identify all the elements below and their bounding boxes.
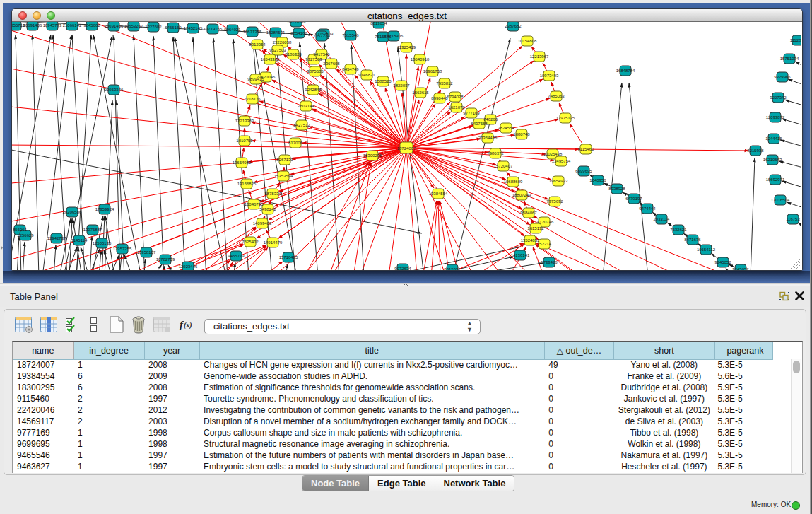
svg-text:9245052: 9245052 <box>714 260 731 264</box>
svg-text:17957255: 17957255 <box>113 247 132 251</box>
svg-text:19654923: 19654923 <box>549 179 568 183</box>
svg-text:10053809: 10053809 <box>287 22 306 24</box>
svg-text:(x): (x) <box>184 321 192 329</box>
svg-text:19218906: 19218906 <box>384 34 404 38</box>
svg-text:7975692: 7975692 <box>546 199 563 204</box>
svg-text:15353594: 15353594 <box>274 174 293 178</box>
svg-text:18300295: 18300295 <box>363 153 382 158</box>
svg-text:12093872: 12093872 <box>766 115 785 119</box>
svg-text:9417546: 9417546 <box>313 52 330 57</box>
svg-text:18724007: 18724007 <box>397 146 416 151</box>
svg-text:12213369: 12213369 <box>235 119 254 123</box>
svg-text:116753: 116753 <box>786 217 800 221</box>
svg-text:10154808: 10154808 <box>518 39 537 43</box>
svg-text:16961758: 16961758 <box>423 69 442 74</box>
svg-text:20691406: 20691406 <box>23 23 42 28</box>
svg-text:19384554: 19384554 <box>429 192 448 196</box>
svg-text:1588520: 1588520 <box>375 79 392 83</box>
svg-text:8854162: 8854162 <box>290 31 307 35</box>
svg-text:6466160: 6466160 <box>165 25 182 30</box>
svg-text:18640910: 18640910 <box>411 57 430 62</box>
svg-text:16046785: 16046785 <box>245 202 264 206</box>
svg-text:6497568: 6497568 <box>471 122 488 126</box>
svg-text:9584067: 9584067 <box>520 211 537 215</box>
svg-text:9777169: 9777169 <box>463 111 480 115</box>
svg-text:9527503: 9527503 <box>269 48 286 52</box>
svg-text:10653267: 10653267 <box>124 24 143 28</box>
svg-text:16284531: 16284531 <box>266 30 286 35</box>
svg-text:8215938: 8215938 <box>747 148 764 153</box>
svg-text:17016504: 17016504 <box>771 198 790 202</box>
svg-text:7515546: 7515546 <box>342 33 359 37</box>
svg-text:15720407: 15720407 <box>494 164 513 168</box>
svg-text:20364436: 20364436 <box>478 136 498 140</box>
svg-text:14914479: 14914479 <box>264 240 283 245</box>
svg-text:9845662: 9845662 <box>83 23 100 28</box>
svg-text:1733426: 1733426 <box>541 260 558 264</box>
svg-text:10671355: 10671355 <box>243 30 262 34</box>
svg-text:9465779: 9465779 <box>228 254 245 258</box>
svg-text:8912954: 8912954 <box>249 42 266 47</box>
svg-text:9115460: 9115460 <box>578 147 595 151</box>
svg-text:19166825: 19166825 <box>237 182 257 186</box>
svg-text:8186328: 8186328 <box>285 52 302 57</box>
svg-text:7632621: 7632621 <box>670 228 687 232</box>
svg-text:8267130: 8267130 <box>276 158 293 162</box>
svg-text:8812031: 8812031 <box>444 267 461 270</box>
svg-text:1621072: 1621072 <box>448 105 465 110</box>
svg-text:8878334: 8878334 <box>264 192 281 196</box>
svg-text:9899415: 9899415 <box>247 77 264 81</box>
svg-text:19654982: 19654982 <box>233 160 252 165</box>
svg-text:9227342: 9227342 <box>770 95 787 100</box>
svg-text:1327602: 1327602 <box>145 25 162 29</box>
svg-text:11325419: 11325419 <box>397 45 416 49</box>
svg-text:2367608: 2367608 <box>323 62 340 66</box>
svg-text:1010755: 1010755 <box>236 139 253 143</box>
svg-text:2603144: 2603144 <box>298 104 314 108</box>
svg-text:2933114: 2933114 <box>654 217 671 221</box>
svg-text:1145114: 1145114 <box>71 238 88 243</box>
svg-text:14136141: 14136141 <box>511 253 530 257</box>
svg-text:3822037: 3822037 <box>393 83 410 88</box>
svg-text:16848784: 16848784 <box>616 69 635 73</box>
svg-text:13495754: 13495754 <box>552 159 571 163</box>
svg-text:6899695: 6899695 <box>575 169 592 173</box>
svg-text:20691406: 20691406 <box>105 24 124 28</box>
svg-text:5498242: 5498242 <box>259 207 276 211</box>
svg-text:10025438: 10025438 <box>543 152 563 156</box>
svg-text:856061: 856061 <box>13 228 28 232</box>
svg-text:12505135: 12505135 <box>93 241 112 245</box>
svg-text:7485063: 7485063 <box>548 94 565 98</box>
svg-text:18807249: 18807249 <box>512 193 531 197</box>
svg-text:16543362: 16543362 <box>261 57 280 62</box>
svg-text:9329966: 9329966 <box>774 75 791 79</box>
svg-text:9242848: 9242848 <box>305 88 322 92</box>
svg-text:14099483: 14099483 <box>253 221 272 226</box>
svg-text:23226058: 23226058 <box>273 40 292 45</box>
svg-text:17452145: 17452145 <box>184 26 203 30</box>
svg-text:6794028: 6794028 <box>447 95 464 99</box>
svg-text:7357224: 7357224 <box>313 34 330 38</box>
svg-text:10654112: 10654112 <box>697 247 716 252</box>
svg-text:17975125: 17975125 <box>556 116 575 120</box>
svg-text:16210643: 16210643 <box>763 158 782 162</box>
svg-text:8427512: 8427512 <box>293 123 310 127</box>
svg-text:12213967: 12213967 <box>530 54 549 59</box>
svg-text:6479197: 6479197 <box>625 197 642 201</box>
svg-text:8990448: 8990448 <box>431 96 448 100</box>
svg-text:13975887: 13975887 <box>83 228 102 232</box>
svg-text:8471676: 8471676 <box>684 238 701 242</box>
svg-text:1640956: 1640956 <box>589 178 606 182</box>
svg-text:20206586: 20206586 <box>63 210 82 214</box>
svg-text:17359924: 17359924 <box>95 207 114 211</box>
svg-text:21066142: 21066142 <box>63 23 82 28</box>
svg-text:10719155: 10719155 <box>204 27 223 31</box>
svg-text:10782759: 10782759 <box>156 257 175 262</box>
svg-text:15716485: 15716485 <box>279 255 298 259</box>
svg-text:2718176: 2718176 <box>244 97 261 101</box>
svg-text:9327503: 9327503 <box>305 57 322 62</box>
svg-text:12942737: 12942737 <box>47 236 66 240</box>
svg-text:2387682: 2387682 <box>505 24 522 28</box>
svg-text:7625402: 7625402 <box>242 240 259 244</box>
svg-text:9072634: 9072634 <box>394 267 411 270</box>
